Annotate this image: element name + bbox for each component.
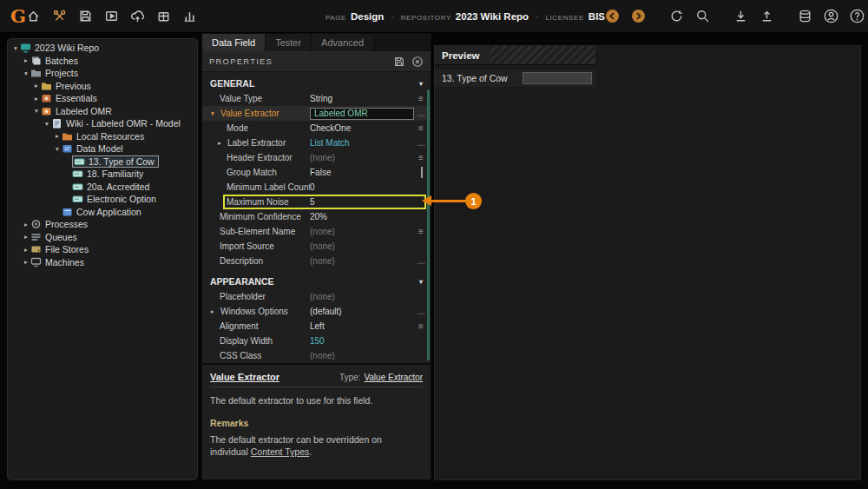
expander-icon[interactable]: ▸ [22,56,30,64]
ellipsis-button[interactable]: … [416,256,426,266]
property-value: (default) [310,307,416,316]
tree-item-labeled-omr[interactable]: ▾ Labeled OMR [8,105,197,118]
cloud-upload-icon[interactable] [130,9,145,23]
property-row-minimum-label-count[interactable]: Minimum Label Count 0 [202,180,431,195]
property-row-mode[interactable]: Mode CheckOne ≡ [202,121,431,135]
tree-item-previous[interactable]: ▸ Previous [8,80,197,93]
upload-icon[interactable] [760,9,774,23]
tree-item-omr-model[interactable]: ▾ Wiki - Labeled OMR - Model [8,117,197,130]
tab-tester[interactable]: Tester [266,34,312,51]
property-name: Description [202,256,310,266]
expander-icon[interactable]: ▾ [11,44,20,52]
property-row-group-match[interactable]: Group Match False [202,165,431,180]
content-types-link[interactable]: Content Types [251,446,310,457]
expander-icon[interactable]: ▸ [32,95,41,102]
expander-icon[interactable]: ▾ [32,107,41,115]
home-icon[interactable] [26,9,41,23]
property-row-minimum-confidence[interactable]: Minimum Confidence 20% [202,209,431,224]
tree-item-projects[interactable]: ▾ Projects [8,67,197,80]
download-icon[interactable] [733,9,748,23]
property-row-placeholder[interactable]: Placeholder (none) [202,289,431,304]
tree-item-file-stores[interactable]: ▸ File Stores [8,243,197,256]
tree-item-local-resources[interactable]: ▸ Local Resources [8,130,197,143]
database-stack-icon[interactable] [798,9,812,23]
expander-icon[interactable]: ▸ [22,233,30,241]
save-properties-icon[interactable] [393,56,405,68]
expander-icon[interactable]: ▾ [211,109,218,117]
preview-field-input[interactable] [523,72,592,84]
property-row-css-class[interactable]: CSS Class (none) [202,348,431,363]
nav-forward-icon[interactable] [631,9,646,23]
expander-icon[interactable]: ▸ [218,139,225,147]
tree-item-essentials[interactable]: ▸ Essentials [8,92,197,105]
dropdown-icon[interactable]: ≡ [416,153,426,162]
property-row-header-extractor[interactable]: Header Extractor (none) ≡ [202,150,431,165]
dropdown-icon[interactable]: ≡ [416,321,426,331]
bar-chart-icon[interactable] [182,9,197,23]
dropdown-icon[interactable]: ≡ [416,227,426,236]
section-general[interactable]: GENERAL ▾ [202,76,431,91]
property-row-windows-options[interactable]: ▸Windows Options (default) … [202,304,431,319]
description-type-link[interactable]: Value Extractor [364,373,423,382]
media-box-icon[interactable] [104,9,119,23]
property-grid-scrollbar[interactable] [427,89,430,360]
tree-item-repo-root[interactable]: ▾ 2023 Wiki Repo [8,42,197,55]
cancel-properties-icon[interactable] [411,56,424,68]
property-row-maximum-noise[interactable]: Maximum Noise 5 [202,195,431,209]
tab-data-field[interactable]: Data Field [202,34,266,51]
chevron-down-icon[interactable]: ▾ [419,80,423,88]
expander-icon[interactable]: ▸ [211,307,218,315]
save-disk-icon[interactable] [78,9,93,23]
tree-item-accredited[interactable]: 20a. Accredited [8,181,197,194]
property-row-import-source[interactable]: Import Source (none) [202,239,431,254]
tab-advanced[interactable]: Advanced [312,34,374,51]
expander-icon[interactable]: ▸ [22,221,30,228]
expander-icon[interactable]: ▾ [43,120,51,128]
property-row-description[interactable]: Description (none) … [202,254,431,268]
tree-item-cow-application[interactable]: Cow Application [8,206,197,219]
section-appearance[interactable]: APPEARANCE ▾ [202,274,431,289]
ellipsis-button[interactable]: … [416,138,426,148]
nav-back-icon[interactable] [605,9,620,23]
tools-icon[interactable] [52,9,67,23]
property-row-label-extractor[interactable]: ▸Label Extractor List Match … [202,135,431,150]
expander-icon[interactable]: ▸ [22,258,30,266]
property-row-display-width[interactable]: Display Width 150 [202,334,431,348]
tree-item-machines[interactable]: ▸ Machines [8,256,197,269]
expander-icon[interactable]: ▸ [22,246,30,254]
tree-item-batches[interactable]: ▸ Batches [8,55,197,68]
repository-label: REPOSITORY [401,14,451,22]
help-icon[interactable] [850,9,865,23]
expander-icon[interactable]: ▾ [22,69,30,77]
package-icon[interactable] [156,9,171,23]
expander-icon[interactable]: ▸ [53,132,62,140]
user-icon[interactable] [824,9,838,23]
search-icon[interactable] [695,9,710,23]
property-row-value-extractor[interactable]: ▾Value Extractor Labeled OMR … [202,106,431,121]
chevron-down-icon[interactable]: ▾ [419,278,423,286]
selected-tree-node[interactable]: 13. Type of Cow [72,155,159,168]
property-value-link[interactable]: List Match [310,138,416,148]
value-extractor-input[interactable]: Labeled OMR [310,108,414,120]
ellipsis-button[interactable]: … [416,307,426,316]
refresh-icon[interactable] [669,9,684,23]
tree-item-queues[interactable]: ▸ Queues [8,231,197,244]
property-row-alignment[interactable]: Alignment Left ≡ [202,319,431,334]
folder-icon [41,81,52,91]
dropdown-icon[interactable]: ≡ [416,94,426,103]
tree-item-processes[interactable]: ▸ Processes [8,218,197,231]
dropdown-icon[interactable]: ≡ [416,123,426,133]
tree-item-familiarity[interactable]: 18. Familiarity [8,168,197,181]
expander-icon[interactable]: ▾ [53,145,62,153]
tree-item-type-of-cow[interactable]: 13. Type of Cow [8,155,197,169]
property-row-sub-element-name[interactable]: Sub-Element Name (none) ≡ [202,224,431,239]
property-value: Left [310,321,416,331]
ellipsis-button[interactable]: … [416,109,426,118]
tree-item-data-model[interactable]: ▾ Data Model [8,142,197,155]
separator-dot: · [536,12,538,22]
file-stores-icon [30,244,42,254]
checkbox-icon[interactable] [416,168,426,177]
property-row-value-type[interactable]: Value Type String ≡ [202,91,431,106]
expander-icon[interactable]: ▸ [32,82,41,89]
tree-item-electronic-option[interactable]: Electronic Option [8,193,197,206]
